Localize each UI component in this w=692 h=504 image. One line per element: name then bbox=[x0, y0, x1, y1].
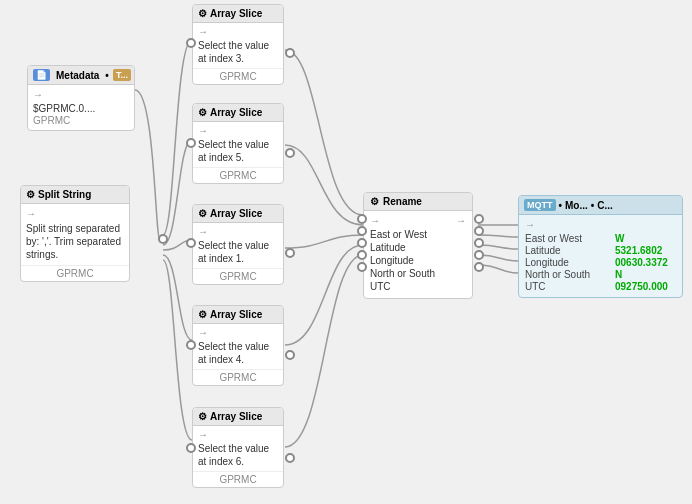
slice-5-output-port bbox=[285, 453, 295, 463]
slice-2-header: ⚙ Array Slice bbox=[193, 104, 283, 122]
slice-2-title: Array Slice bbox=[210, 107, 262, 118]
mqtt-value-5: 092750.000 bbox=[615, 281, 668, 292]
slice-1-title: Array Slice bbox=[210, 8, 262, 19]
mqtt-row-2: Latitude 5321.6802 bbox=[525, 245, 676, 256]
mqtt-header: MQTT • Mo... • C... bbox=[519, 196, 682, 215]
mo-icon: Mo... bbox=[565, 200, 588, 211]
rename-field-5: UTC bbox=[370, 281, 466, 292]
file-icon: 📄 bbox=[33, 69, 50, 81]
slice-1-body: → Select the value at index 3. bbox=[193, 23, 283, 68]
gear-icon: ⚙ bbox=[26, 189, 35, 200]
metadata-value: $GPRMC.0.... bbox=[33, 103, 129, 114]
array-slice-3-node[interactable]: ⚙ Array Slice → Select the value at inde… bbox=[192, 204, 284, 285]
mqtt-value-3: 00630.3372 bbox=[615, 257, 668, 268]
mqtt-body: → East or West W Latitude 5321.6802 Long… bbox=[519, 215, 682, 297]
split-string-body: → Split string separated by: ','. Trim s… bbox=[21, 204, 129, 265]
slice-5-body: → Select the value at index 6. bbox=[193, 426, 283, 471]
slice-4-output-port bbox=[285, 350, 295, 360]
rename-output-port-3 bbox=[474, 238, 484, 248]
metadata-header: 📄 Metadata • T... bbox=[28, 66, 134, 85]
rename-output-port-1 bbox=[474, 214, 484, 224]
rename-input-port-3 bbox=[357, 238, 367, 248]
mqtt-value-1: W bbox=[615, 233, 624, 244]
output-arrow: → bbox=[33, 89, 43, 100]
rename-header: ⚙ Rename bbox=[364, 193, 472, 211]
input-arrow: → bbox=[26, 208, 36, 219]
slice-1-footer: GPRMC bbox=[193, 68, 283, 84]
slice-3-desc: Select the value at index 1. bbox=[198, 239, 278, 265]
mqtt-value-4: N bbox=[615, 269, 622, 280]
gear-icon-3: ⚙ bbox=[198, 208, 207, 219]
metadata-body: → $GPRMC.0.... GPRMC bbox=[28, 85, 134, 130]
rename-output-port-2 bbox=[474, 226, 484, 236]
rename-input-port-5 bbox=[357, 262, 367, 272]
slice-1-input-port bbox=[186, 38, 196, 48]
slice-4-header: ⚙ Array Slice bbox=[193, 306, 283, 324]
mqtt-label-2: Latitude bbox=[525, 245, 615, 256]
rename-field-3: Longitude bbox=[370, 255, 466, 266]
slice-5-input-port bbox=[186, 443, 196, 453]
gear-icon-rename: ⚙ bbox=[370, 196, 379, 207]
array-slice-4-node[interactable]: ⚙ Array Slice → Select the value at inde… bbox=[192, 305, 284, 386]
slice-1-desc: Select the value at index 3. bbox=[198, 39, 278, 65]
mqtt-icon: MQTT bbox=[524, 199, 556, 211]
split-string-header: ⚙ Split String bbox=[21, 186, 129, 204]
slice-4-desc: Select the value at index 4. bbox=[198, 340, 278, 366]
rename-title: Rename bbox=[383, 196, 422, 207]
table-icon: T... bbox=[113, 69, 131, 81]
slice-4-footer: GPRMC bbox=[193, 369, 283, 385]
split-string-title: Split String bbox=[38, 189, 91, 200]
rename-input-port-4 bbox=[357, 250, 367, 260]
rename-field-1: East or West bbox=[370, 229, 466, 240]
array-slice-2-node[interactable]: ⚙ Array Slice → Select the value at inde… bbox=[192, 103, 284, 184]
dot-separator2: • bbox=[591, 200, 595, 211]
slice-5-header: ⚙ Array Slice bbox=[193, 408, 283, 426]
array-slice-1-node[interactable]: ⚙ Array Slice → Select the value at inde… bbox=[192, 4, 284, 85]
gear-icon-1: ⚙ bbox=[198, 8, 207, 19]
slice-3-header: ⚙ Array Slice bbox=[193, 205, 283, 223]
slice-5-desc: Select the value at index 6. bbox=[198, 442, 278, 468]
rename-input-port-1 bbox=[357, 214, 367, 224]
slice-3-output-port bbox=[285, 248, 295, 258]
mqtt-label-4: North or South bbox=[525, 269, 615, 280]
mqtt-row-4: North or South N bbox=[525, 269, 676, 280]
dot-separator: • bbox=[559, 200, 563, 211]
mqtt-label-3: Longitude bbox=[525, 257, 615, 268]
slice-3-body: → Select the value at index 1. bbox=[193, 223, 283, 268]
metadata-title: Metadata bbox=[56, 70, 99, 81]
mqtt-row-3: Longitude 00630.3372 bbox=[525, 257, 676, 268]
slice-3-footer: GPRMC bbox=[193, 268, 283, 284]
c-icon: C... bbox=[597, 200, 613, 211]
gear-icon-2: ⚙ bbox=[198, 107, 207, 118]
rename-input-port-2 bbox=[357, 226, 367, 236]
gear-icon-5: ⚙ bbox=[198, 411, 207, 422]
gear-icon-4: ⚙ bbox=[198, 309, 207, 320]
rename-body: → → East or West Latitude Longitude Nort… bbox=[364, 211, 472, 298]
split-string-desc: Split string separated by: ','. Trim sep… bbox=[26, 222, 124, 261]
slice-2-body: → Select the value at index 5. bbox=[193, 122, 283, 167]
mqtt-node[interactable]: MQTT • Mo... • C... → East or West W Lat… bbox=[518, 195, 683, 298]
slice-3-input-port bbox=[186, 238, 196, 248]
mqtt-label-5: UTC bbox=[525, 281, 615, 292]
mqtt-value-2: 5321.6802 bbox=[615, 245, 662, 256]
slice-5-title: Array Slice bbox=[210, 411, 262, 422]
slice-1-header: ⚙ Array Slice bbox=[193, 5, 283, 23]
metadata-node[interactable]: 📄 Metadata • T... → $GPRMC.0.... GPRMC bbox=[27, 65, 135, 131]
rename-field-2: Latitude bbox=[370, 242, 466, 253]
slice-4-title: Array Slice bbox=[210, 309, 262, 320]
split-string-footer: GPRMC bbox=[21, 265, 129, 281]
slice-2-output-port bbox=[285, 148, 295, 158]
rename-node[interactable]: ⚙ Rename → → East or West Latitude Longi… bbox=[363, 192, 473, 299]
slice-2-footer: GPRMC bbox=[193, 167, 283, 183]
array-slice-5-node[interactable]: ⚙ Array Slice → Select the value at inde… bbox=[192, 407, 284, 488]
split-string-node[interactable]: ⚙ Split String → Split string separated … bbox=[20, 185, 130, 282]
rename-field-4: North or South bbox=[370, 268, 466, 279]
slice-3-title: Array Slice bbox=[210, 208, 262, 219]
slice-4-body: → Select the value at index 4. bbox=[193, 324, 283, 369]
mqtt-label-1: East or West bbox=[525, 233, 615, 244]
slice-2-desc: Select the value at index 5. bbox=[198, 138, 278, 164]
slice-1-output-port bbox=[285, 48, 295, 58]
mqtt-row-1: East or West W bbox=[525, 233, 676, 244]
slice-2-input-port bbox=[186, 138, 196, 148]
rename-output-port-4 bbox=[474, 250, 484, 260]
